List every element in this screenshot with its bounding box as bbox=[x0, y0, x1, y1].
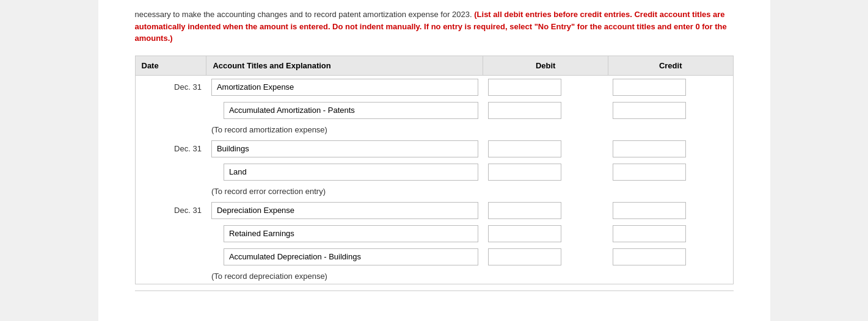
entry-3-debit-1-cell bbox=[483, 199, 608, 222]
entry-2-note-row: (To record error correction entry) bbox=[135, 184, 733, 199]
entry-2-debit-2-input[interactable] bbox=[488, 164, 561, 181]
entry-3-credit-1-input[interactable] bbox=[613, 202, 686, 219]
entry-2-account-2-input[interactable] bbox=[224, 164, 478, 181]
entry-3-debit-3-cell bbox=[483, 245, 608, 269]
entry-1-credit-2-input[interactable] bbox=[613, 102, 686, 119]
entry-3-debit-3-input[interactable] bbox=[488, 248, 561, 265]
entry-2-credit-2-input[interactable] bbox=[613, 164, 686, 181]
entry-1-debit-1-cell bbox=[483, 75, 608, 99]
entry-1-note-row: (To record amortization expense) bbox=[135, 122, 733, 137]
entry-2-credit-2-cell bbox=[608, 161, 733, 184]
entry-2-debit-1-input[interactable] bbox=[488, 140, 561, 157]
entry-3-credit-2-input[interactable] bbox=[613, 225, 686, 242]
entry-1-account-2-input[interactable] bbox=[224, 102, 478, 119]
entry-2-row-2 bbox=[135, 161, 733, 184]
entry-1-date: Dec. 31 bbox=[135, 75, 206, 99]
entry-2-debit-1-cell bbox=[483, 137, 608, 161]
entry-3-date-empty-1 bbox=[135, 222, 206, 245]
entry-2-account-1-input[interactable] bbox=[211, 140, 478, 157]
entry-3-debit-2-cell bbox=[483, 222, 608, 245]
entry-2-account-1-cell bbox=[206, 137, 483, 161]
entry-1-account-1-input[interactable] bbox=[211, 79, 478, 96]
entry-1-credit-1-input[interactable] bbox=[613, 79, 686, 96]
entry-1-account-1-cell bbox=[206, 75, 483, 99]
entry-3-note-row: (To record depreciation expense) bbox=[135, 269, 733, 284]
entry-3-account-2-input[interactable] bbox=[224, 225, 478, 242]
entry-2-credit-1-cell bbox=[608, 137, 733, 161]
entry-1-credit-2-cell bbox=[608, 99, 733, 122]
entry-3-row-2 bbox=[135, 222, 733, 245]
entry-3-date: Dec. 31 bbox=[135, 199, 206, 222]
entry-3-note: (To record depreciation expense) bbox=[206, 269, 733, 284]
entry-3-credit-1-cell bbox=[608, 199, 733, 222]
entry-3-credit-2-cell bbox=[608, 222, 733, 245]
entry-1-row-1: Dec. 31 bbox=[135, 75, 733, 99]
entry-1-debit-2-input[interactable] bbox=[488, 102, 561, 119]
entry-2-date: Dec. 31 bbox=[135, 137, 206, 161]
entry-3-credit-3-input[interactable] bbox=[613, 248, 686, 265]
entry-3-account-2-cell bbox=[206, 222, 483, 245]
entry-3-account-3-input[interactable] bbox=[224, 248, 478, 265]
entry-1-row-2 bbox=[135, 99, 733, 122]
header-credit: Credit bbox=[608, 56, 733, 75]
entry-1-debit-1-input[interactable] bbox=[488, 79, 561, 96]
bottom-divider bbox=[135, 290, 734, 291]
entry-2-debit-2-cell bbox=[483, 161, 608, 184]
header-account: Account Titles and Explanation bbox=[206, 56, 483, 75]
entry-2-note-date-empty bbox=[135, 184, 206, 199]
entry-3-row-3 bbox=[135, 245, 733, 269]
entry-1-note: (To record amortization expense) bbox=[206, 122, 733, 137]
entry-3-account-1-input[interactable] bbox=[211, 202, 478, 219]
entry-3-date-empty-2 bbox=[135, 245, 206, 269]
entry-3-row-1: Dec. 31 bbox=[135, 199, 733, 222]
entry-2-note: (To record error correction entry) bbox=[206, 184, 733, 199]
entry-1-date-empty bbox=[135, 99, 206, 122]
journal-table: Date Account Titles and Explanation Debi… bbox=[135, 56, 734, 284]
entry-1-note-date-empty bbox=[135, 122, 206, 137]
entry-1-credit-1-cell bbox=[608, 75, 733, 99]
entry-2-credit-1-input[interactable] bbox=[613, 140, 686, 157]
entry-2-row-1: Dec. 31 bbox=[135, 137, 733, 161]
entry-3-account-1-cell bbox=[206, 199, 483, 222]
entry-3-note-date-empty bbox=[135, 269, 206, 284]
entry-3-debit-1-input[interactable] bbox=[488, 202, 561, 219]
instructions-normal: necessary to make the accounting changes… bbox=[135, 10, 472, 19]
entry-3-credit-3-cell bbox=[608, 245, 733, 269]
header-debit: Debit bbox=[483, 56, 608, 75]
entry-3-account-3-cell bbox=[206, 245, 483, 269]
instructions: necessary to make the accounting changes… bbox=[135, 0, 734, 56]
entry-2-account-2-cell bbox=[206, 161, 483, 184]
entry-1-debit-2-cell bbox=[483, 99, 608, 122]
entry-2-date-empty bbox=[135, 161, 206, 184]
page-wrapper: necessary to make the accounting changes… bbox=[98, 0, 770, 321]
entry-1-account-2-cell bbox=[206, 99, 483, 122]
header-date: Date bbox=[135, 56, 206, 75]
entry-3-debit-2-input[interactable] bbox=[488, 225, 561, 242]
